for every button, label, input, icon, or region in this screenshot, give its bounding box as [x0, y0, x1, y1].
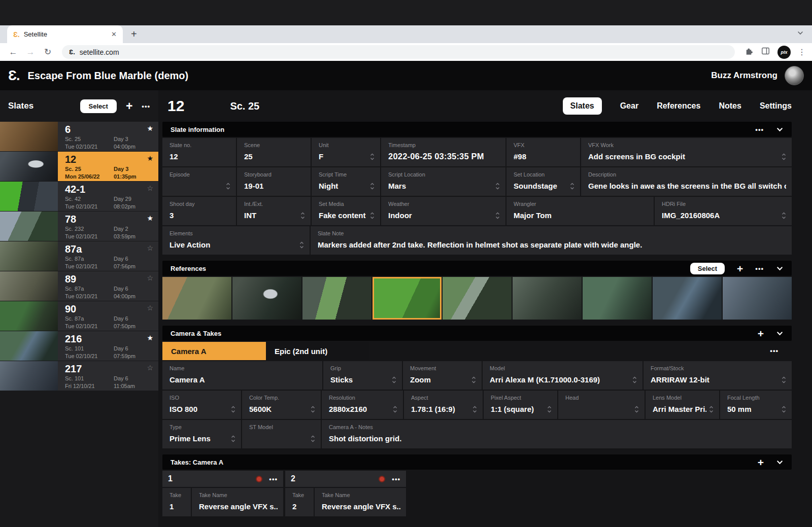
reload-icon[interactable]: ↻ — [41, 47, 55, 57]
browser-menu-icon[interactable]: ⋮ — [798, 47, 806, 57]
stepper-icon[interactable] — [393, 405, 397, 413]
star-icon[interactable]: ☆ — [147, 244, 153, 252]
stepper-icon[interactable] — [634, 405, 639, 413]
star-icon[interactable]: ☆ — [147, 184, 153, 192]
slate-info-menu-icon[interactable]: ••• — [755, 126, 764, 133]
stepper-icon[interactable] — [370, 182, 375, 190]
stepper-icon[interactable] — [495, 182, 500, 190]
add-slate-icon[interactable]: + — [126, 100, 132, 112]
stepper-icon[interactable] — [226, 182, 230, 190]
stepper-icon[interactable] — [300, 212, 305, 220]
stepper-icon[interactable] — [547, 405, 552, 413]
star-icon[interactable]: ★ — [147, 154, 153, 162]
field[interactable]: Aspect 1.78:1 (16:9) — [404, 391, 483, 419]
stepper-icon[interactable] — [370, 153, 375, 161]
field[interactable]: Scene 25 — [237, 138, 311, 166]
reference-thumbnail[interactable] — [653, 277, 722, 320]
reference-thumbnail[interactable] — [723, 277, 792, 320]
slate-list-item[interactable]: 12 Sc. 25 Day 3 Mon 25/06/22 01:35pm ★ — [0, 152, 158, 181]
main-nav-tab[interactable]: Slates — [563, 97, 602, 115]
record-icon[interactable] — [256, 476, 262, 482]
back-icon[interactable]: ← — [6, 47, 20, 57]
reference-thumbnail[interactable] — [162, 277, 231, 320]
add-reference-icon[interactable]: + — [737, 263, 743, 274]
field[interactable]: Timestamp 2022-06-25 03:35:35 PM — [381, 138, 505, 166]
camera-tab[interactable]: Camera A — [162, 342, 266, 360]
field[interactable]: Model Arri Alexa M (K1.71000.0-3169) — [483, 361, 642, 390]
field[interactable]: Elements Live Action — [162, 226, 310, 255]
field[interactable]: Focal Length 50 mm — [720, 391, 792, 419]
field[interactable]: Pixel Aspect 1:1 (square) — [484, 391, 557, 419]
take-menu-icon[interactable]: ••• — [269, 475, 278, 483]
reference-thumbnail[interactable] — [373, 277, 442, 320]
record-icon[interactable] — [379, 476, 385, 482]
field[interactable]: Int./Ext. INT — [237, 197, 311, 225]
take-card-header[interactable]: 2 ••• — [285, 471, 406, 487]
field[interactable]: Type Prime Lens — [162, 420, 241, 448]
main-nav-tab[interactable]: Notes — [719, 101, 741, 111]
field[interactable]: Wrangler Major Tom — [506, 197, 654, 225]
field[interactable]: Storyboard 19-01 — [237, 167, 311, 196]
stepper-icon[interactable] — [311, 435, 315, 443]
address-bar[interactable]: Ɛ. setellite.com — [62, 45, 735, 59]
star-icon[interactable]: ★ — [147, 124, 153, 132]
field[interactable]: Take Name Reverse angle VFX s... — [192, 488, 283, 516]
field[interactable]: Shoot day 3 — [162, 197, 236, 225]
add-camera-icon[interactable]: + — [758, 328, 764, 339]
stepper-icon[interactable] — [782, 376, 786, 384]
field[interactable]: ST Model — [242, 420, 321, 448]
stepper-icon[interactable] — [709, 405, 714, 413]
field[interactable]: Resolution 2880x2160 — [322, 391, 403, 419]
reference-thumbnail[interactable] — [232, 277, 301, 320]
forward-icon[interactable]: → — [23, 47, 38, 57]
stepper-icon[interactable] — [370, 212, 375, 220]
main-nav-tab[interactable]: Settings — [760, 101, 792, 111]
field[interactable]: Grip Sticks — [323, 361, 402, 390]
stepper-icon[interactable] — [495, 212, 500, 220]
slate-list-item[interactable]: 90 Sc. 87a Day 6 Tue 02/10/21 07:50pm ☆ — [0, 301, 158, 331]
field[interactable]: Description Gene looks in awe as the scr… — [581, 167, 792, 196]
field[interactable]: VFX Work Add screens in BG cockpit — [581, 138, 792, 166]
main-nav-tab[interactable]: References — [657, 101, 700, 111]
reference-thumbnail[interactable] — [302, 277, 371, 320]
field[interactable]: Weather Indoor — [381, 197, 505, 225]
slate-list-item[interactable]: 216 Sc. 101 Day 6 Tue 02/10/21 07:59pm ★ — [0, 331, 158, 361]
field[interactable]: Name Camera A — [162, 361, 322, 390]
stepper-icon[interactable] — [782, 153, 786, 161]
slate-list-item[interactable]: 89 Sc. 87a Day 6 Tue 02/10/21 04:00pm ☆ — [0, 271, 158, 301]
browser-profile-avatar[interactable]: pIx — [777, 46, 791, 59]
stepper-icon[interactable] — [472, 405, 477, 413]
take-card-header[interactable]: 1 ••• — [162, 471, 283, 487]
slate-list-item[interactable]: 87a Sc. 87a Day 6 Tue 02/10/21 07:56pm ☆ — [0, 241, 158, 271]
collapse-chevron-icon[interactable] — [776, 459, 784, 466]
field[interactable]: Head — [558, 391, 645, 419]
field[interactable]: Camera A - Notes Shot distortion grid. — [322, 420, 792, 448]
camera-menu-icon[interactable]: ••• — [770, 347, 779, 355]
browser-tab[interactable]: Ɛ. Setellite ✕ — [7, 25, 123, 43]
field[interactable]: Set Media Fake content ... — [312, 197, 380, 225]
field[interactable]: Take Name Reverse angle VFX s... — [315, 488, 406, 516]
stepper-icon[interactable] — [782, 405, 786, 413]
field[interactable]: Unit F — [312, 138, 380, 166]
tab-search-chevron-icon[interactable] — [797, 29, 804, 39]
collapse-chevron-icon[interactable] — [776, 330, 784, 337]
slate-list-item[interactable]: 217 Sc. 101 Day 6 Fri 12/10/21 11:05am ☆ — [0, 361, 158, 391]
side-panel-icon[interactable] — [761, 46, 770, 58]
stepper-icon[interactable] — [392, 376, 396, 384]
user-avatar[interactable] — [785, 66, 804, 85]
field[interactable]: Set Location Soundstage — [506, 167, 580, 196]
stepper-icon[interactable] — [231, 435, 235, 443]
references-select-button[interactable]: Select — [690, 263, 725, 274]
field[interactable]: Lens Model Arri Master Pri... — [646, 391, 719, 419]
field[interactable]: Take 1 — [162, 488, 191, 516]
reference-thumbnail[interactable] — [513, 277, 582, 320]
main-nav-tab[interactable]: Gear — [620, 101, 638, 111]
collapse-chevron-icon[interactable] — [776, 265, 784, 272]
slates-menu-icon[interactable]: ••• — [142, 102, 150, 110]
field[interactable]: ISO ISO 800 — [162, 391, 241, 419]
field[interactable]: Movement Zoom — [403, 361, 482, 390]
tab-close-icon[interactable]: ✕ — [111, 30, 117, 38]
field[interactable]: Take 2 — [285, 488, 314, 516]
stepper-icon[interactable] — [299, 241, 304, 249]
star-icon[interactable]: ★ — [147, 334, 153, 342]
